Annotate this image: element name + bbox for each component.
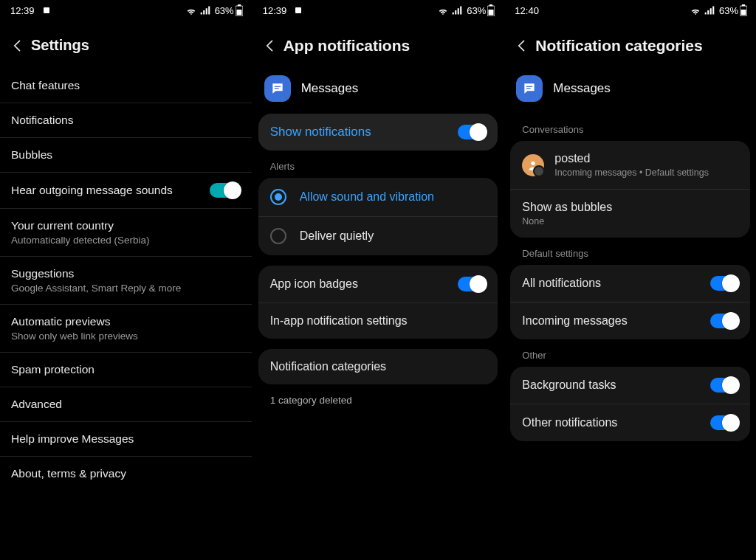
toggle-show-notifications[interactable] [458,125,486,139]
notification-icon [294,6,303,15]
battery-icon [740,4,747,16]
item-spam-protection[interactable]: Spam protection [0,353,252,387]
page-title: App notifications [284,37,410,55]
card-show-notifications: Show notifications [258,114,498,151]
row-sub: None [522,216,738,227]
conversation-avatar-icon [522,154,544,176]
row-conversation-posted[interactable]: posted Incoming messages • Default setti… [510,141,750,189]
toggle-all-notifications[interactable] [710,276,738,291]
row-app-icon-badges[interactable]: App icon badges [258,266,498,303]
wifi-icon [437,6,449,15]
content: Messages Show notifications Alerts Allow… [252,69,504,560]
item-about-terms-privacy[interactable]: About, terms & privacy [0,457,252,491]
toggle-incoming-messages[interactable] [710,314,738,328]
item-label: About, terms & privacy [11,467,241,480]
item-label: Chat features [11,79,241,92]
status-bar: 12:40 63% [504,0,756,21]
svg-rect-13 [526,86,532,87]
messages-app-icon [264,75,291,102]
row-in-app-notification-settings[interactable]: In-app notification settings [258,303,498,339]
row-label: Other notifications [522,416,710,429]
status-bar: 12:39 63% [0,0,252,21]
item-hear-outgoing-sounds[interactable]: Hear outgoing message sounds [0,173,252,209]
item-label: Hear outgoing message sounds [11,184,210,197]
item-label: Notifications [11,114,241,127]
row-label: App icon badges [270,277,458,291]
radio-allow-sound-vibration[interactable] [270,189,286,205]
item-advanced[interactable]: Advanced [0,387,252,422]
status-clock: 12:39 [10,5,35,16]
row-incoming-messages[interactable]: Incoming messages [510,302,750,339]
item-label: Your current country [11,219,241,232]
card-categories: Notification categories [258,349,498,384]
status-clock: 12:40 [515,5,539,16]
toggle-hear-outgoing-sounds[interactable] [210,183,241,198]
app-name: Messages [301,81,358,96]
row-show-notifications[interactable]: Show notifications [258,114,498,151]
row-show-as-bubbles[interactable]: Show as bubbles None [510,189,750,238]
screen-settings: 12:39 63% Settings Chat features Notific… [0,0,252,560]
svg-rect-12 [741,10,746,15]
signal-icon [200,6,210,15]
title-row: Settings [0,21,252,69]
toggle-other-notifications[interactable] [710,415,738,430]
svg-rect-7 [489,10,494,15]
battery-text: 63% [467,5,486,16]
battery-icon [236,4,243,16]
row-background-tasks[interactable]: Background tasks [510,367,750,404]
item-help-improve[interactable]: Help improve Messages [0,422,252,457]
row-all-notifications[interactable]: All notifications [510,265,750,302]
row-sub: Incoming messages • Default settings [554,167,738,178]
svg-rect-0 [44,7,49,13]
item-label: Automatic previews [11,315,241,328]
radio-deliver-quietly[interactable] [270,228,286,244]
section-other: Other [510,339,750,367]
notification-icon [42,6,51,15]
item-automatic-previews[interactable]: Automatic previews Show only web link pr… [0,305,252,353]
toggle-app-icon-badges[interactable] [458,277,486,291]
page-title: Settings [31,37,89,54]
back-icon[interactable] [515,38,535,53]
svg-rect-8 [275,86,281,87]
item-chat-features[interactable]: Chat features [0,69,252,103]
app-name: Messages [553,81,610,96]
back-icon[interactable] [10,38,31,53]
toggle-background-tasks[interactable] [710,378,738,393]
screen-notification-categories: 12:40 63% Notification categories Messag… [504,0,756,560]
svg-rect-14 [526,88,531,89]
wifi-icon [185,6,197,15]
row-other-notifications[interactable]: Other notifications [510,404,750,441]
row-label: Deliver quietly [300,229,487,243]
item-label: Suggestions [11,267,241,280]
svg-rect-4 [295,7,301,13]
item-sub: Automatically detected (Serbia) [11,235,241,246]
row-allow-sound-vibration[interactable]: Allow sound and vibration [258,178,498,216]
page-title: Notification categories [535,37,702,55]
item-suggestions[interactable]: Suggestions Google Assistant, Smart Repl… [0,257,252,305]
item-label: Bubbles [11,148,241,162]
item-current-country[interactable]: Your current country Automatically detec… [0,209,252,257]
svg-point-15 [532,161,535,165]
item-notifications[interactable]: Notifications [0,103,252,138]
row-label: In-app notification settings [270,314,487,328]
row-label: Allow sound and vibration [300,190,487,204]
status-bar: 12:39 63% [252,0,504,21]
messages-app-icon [516,75,543,102]
row-label: Show notifications [270,125,458,139]
row-deliver-quietly[interactable]: Deliver quietly [258,216,498,255]
back-icon[interactable] [263,38,284,53]
item-label: Advanced [11,398,241,411]
battery-icon [487,4,495,16]
signal-icon [704,6,715,15]
item-bubbles[interactable]: Bubbles [0,138,252,173]
svg-rect-9 [275,88,279,89]
battery-text: 63% [719,5,738,16]
row-label: Notification categories [270,360,487,373]
app-header[interactable]: Messages [510,69,750,114]
section-conversations: Conversations [510,114,750,141]
title-row: App notifications [252,21,504,69]
row-notification-categories[interactable]: Notification categories [258,349,498,384]
app-header[interactable]: Messages [258,69,498,114]
signal-icon [452,6,462,15]
row-label: Show as bubbles [522,201,738,214]
